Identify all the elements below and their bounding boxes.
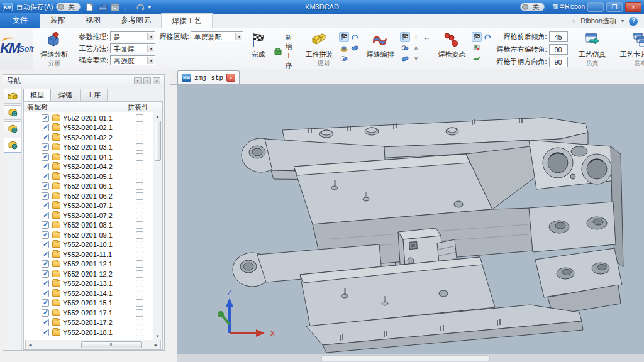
assembly-checkbox[interactable] (136, 290, 143, 297)
tree-horizontal-scrollbar[interactable]: ◀ ▶ (25, 340, 161, 349)
table-row[interactable]: Y552-0201-03.1 (24, 143, 162, 153)
table-row[interactable]: Y552-0201-06.1 (24, 182, 162, 192)
card-output-button[interactable]: 工艺卡片输出 (617, 30, 644, 61)
autosave-toggle[interactable]: 关 (56, 3, 80, 11)
ribbon-mode-toggle[interactable]: 关 (520, 3, 545, 11)
span-arrow-icon[interactable]: ↔ (421, 32, 431, 42)
table-row[interactable]: Y552-0201-08.1 (24, 221, 162, 231)
flag-toggle-icon[interactable] (339, 32, 349, 42)
table-row[interactable]: Y552-0201-11.1 (24, 250, 162, 260)
tab-reference[interactable]: 参考图元 (111, 13, 161, 28)
visibility-checkbox[interactable] (42, 192, 49, 200)
open-folder-icon[interactable] (98, 3, 107, 11)
tree-vertical-scrollbar[interactable]: ▲ ▼ (153, 112, 162, 340)
assembly-checkbox[interactable] (136, 329, 143, 336)
table-row[interactable]: Y552-0201-07.1 (24, 201, 162, 211)
table-row[interactable]: Y552-0201-04.2 (24, 162, 162, 172)
param-infer-select[interactable]: 是▼ (110, 31, 155, 41)
ribbon-options-label[interactable]: Ribbon选项 (580, 16, 616, 26)
part-assembly-button[interactable]: 工件拼装 (303, 30, 335, 61)
solid-box-icon[interactable] (4, 89, 21, 104)
flag-toggle-icon[interactable] (400, 32, 410, 42)
visibility-checkbox[interactable] (42, 231, 49, 239)
assembly-checkbox[interactable] (136, 299, 143, 307)
redo-icon[interactable] (136, 3, 145, 11)
scroll-up-icon[interactable]: ▲ (156, 112, 160, 120)
table-row[interactable]: Y552-0201-15.1 (24, 299, 162, 309)
assembly-checkbox[interactable] (136, 163, 143, 170)
collapse-ribbon-icon[interactable]: ⌂ (572, 18, 575, 25)
qat-dropdown-icon[interactable]: ▾ (148, 4, 151, 10)
visibility-checkbox[interactable] (42, 280, 49, 287)
assembly-checkbox[interactable] (136, 270, 143, 278)
table-row[interactable]: Y552-0201-17.2 (24, 318, 162, 328)
angle2-input[interactable]: 90 (549, 44, 568, 55)
chevron-up-icon[interactable]: ∧ (411, 43, 421, 53)
capsule-icon[interactable] (350, 43, 360, 53)
table-row[interactable]: Y552-0201-10.1 (24, 240, 162, 250)
visibility-checkbox[interactable] (42, 173, 49, 180)
visibility-checkbox[interactable] (42, 134, 49, 141)
visibility-checkbox[interactable] (42, 153, 49, 161)
assembly-checkbox[interactable] (136, 182, 143, 190)
assembly-checkbox[interactable] (136, 309, 143, 317)
assembly-checkbox[interactable] (136, 134, 143, 141)
seam-arrange-button[interactable]: 焊缝编排 (364, 30, 396, 61)
visibility-checkbox[interactable] (42, 202, 49, 209)
viewport-scrollbar[interactable] (177, 354, 644, 362)
visibility-checkbox[interactable] (42, 143, 49, 151)
tab-file[interactable]: 文件 (0, 13, 40, 28)
help-icon[interactable]: ? (629, 17, 638, 26)
assembly-checkbox[interactable] (136, 173, 143, 180)
new-file-icon[interactable] (86, 3, 94, 11)
visibility-checkbox[interactable] (42, 260, 49, 268)
visibility-checkbox[interactable] (42, 124, 49, 131)
tab-model[interactable]: 模型 (23, 89, 51, 101)
table-row[interactable]: Y552-0201-05.1 (24, 172, 162, 182)
simulate-button[interactable]: 工艺仿真 (575, 30, 609, 61)
scroll-left-icon[interactable]: ◀ (26, 343, 35, 347)
ribbon-options-dropdown-icon[interactable]: ▾ (621, 18, 624, 24)
torch-pose-button[interactable]: 焊枪姿态 (435, 30, 468, 61)
scrollbar-thumb[interactable] (155, 121, 161, 161)
region-select[interactable]: 单层装配▼ (191, 31, 243, 41)
close-button[interactable]: × (625, 2, 641, 12)
visibility-checkbox[interactable] (42, 114, 49, 122)
visibility-checkbox[interactable] (42, 309, 49, 317)
table-row[interactable]: Y552-0201-18.1 (24, 327, 162, 337)
assembly-checkbox[interactable] (136, 280, 143, 287)
app-logo-icon[interactable]: KM (3, 3, 13, 11)
seam-analysis-button[interactable]: 焊缝分析 (37, 30, 71, 61)
assembly-checkbox[interactable] (136, 114, 143, 122)
maximize-button[interactable]: ❐ (606, 2, 623, 12)
method-select[interactable]: 手弧焊▼ (110, 43, 155, 53)
visibility-checkbox[interactable] (42, 270, 49, 278)
flag-toggle-icon[interactable] (472, 32, 482, 42)
document-tab[interactable]: KM zmj_stp × (177, 70, 240, 84)
assembly-checkbox[interactable] (136, 251, 143, 258)
torch-small-icon[interactable] (472, 43, 482, 53)
doc-tab-close-icon[interactable]: × (226, 74, 235, 82)
table-row[interactable]: Y552-0201-12.2 (24, 269, 162, 279)
assembly-checkbox[interactable] (136, 212, 143, 219)
table-row[interactable]: Y552-0201-12.1 (24, 260, 162, 270)
tab-view[interactable]: 视图 (75, 13, 111, 28)
assembly-checkbox[interactable] (136, 319, 143, 326)
save-icon[interactable] (111, 3, 119, 11)
assembly-checkbox[interactable] (136, 221, 143, 229)
scroll-right-icon[interactable]: ▶ (152, 343, 160, 347)
assembly-checkbox[interactable] (136, 192, 143, 200)
visibility-checkbox[interactable] (42, 182, 49, 190)
tab-seam[interactable]: 焊缝 (52, 89, 79, 101)
tab-step[interactable]: 工序 (80, 89, 108, 101)
tree-column-header[interactable]: 装配树 (27, 102, 48, 112)
table-row[interactable]: Y552-0201-13.1 (24, 279, 162, 289)
finish-button[interactable]: 完成 (247, 30, 269, 61)
assembly-checkbox[interactable] (136, 231, 143, 239)
visibility-checkbox[interactable] (42, 251, 49, 258)
scrollbar-thumb[interactable] (321, 355, 489, 361)
scrollbar-thumb[interactable] (81, 341, 142, 348)
assembly-checkbox[interactable] (136, 241, 143, 248)
tab-assembly[interactable]: 装配 (40, 13, 75, 28)
table-row[interactable]: Y552-0201-17.1 (24, 308, 162, 318)
